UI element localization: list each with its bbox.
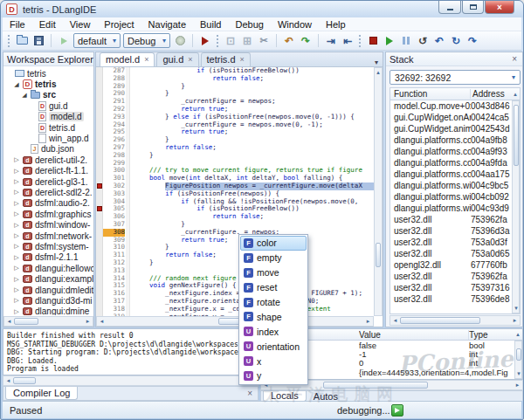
tab-compiler-log[interactable]: Compiler Log — [5, 387, 78, 400]
tree-item[interactable]: ▷ddsfml:window- — [3, 219, 93, 230]
stack-frame-row[interactable]: dlangui.platforms.win004c9bc5 — [390, 180, 520, 191]
scroll-down-icon[interactable]: ▾ — [515, 369, 522, 378]
stack-frame-row[interactable]: user32.dll753962fa — [390, 271, 520, 282]
stack-frame-row[interactable]: dlangui.platforms.win004cb092 — [390, 191, 520, 203]
scroll-down-icon[interactable]: ▾ — [513, 304, 520, 313]
scrollbar-thumb[interactable] — [400, 317, 480, 324]
toolbar-grip[interactable] — [8, 35, 10, 47]
step-over-button[interactable]: ↻ — [449, 34, 463, 48]
stack-frame-row[interactable]: dlangui.platforms.win004c93d9 — [390, 203, 520, 214]
menu-item-edit[interactable]: Edit — [32, 19, 63, 30]
menu-item-navigate[interactable]: Navigate — [141, 19, 193, 30]
completion-item-x[interactable]: Ux — [240, 354, 307, 368]
completion-item-reset[interactable]: Freset — [240, 280, 307, 295]
scrollbar-thumb[interactable] — [323, 382, 428, 389]
tab-locals[interactable]: Locals — [263, 391, 307, 402]
scroll-left-icon[interactable]: ◂ — [3, 376, 13, 385]
stack-frame-row[interactable]: dlangui.platforms.con004a9fb8 — [390, 134, 520, 146]
scroll-right-icon[interactable]: ▸ — [83, 317, 93, 326]
stack-frame-row[interactable]: dlangui.platforms.con004a9fda — [390, 157, 520, 169]
tree-item[interactable]: Dtetris.d — [3, 122, 93, 133]
undo-button[interactable]: ↶ — [282, 34, 296, 48]
tree-item[interactable]: Dmodel.d — [3, 112, 93, 122]
tree-closed-icon[interactable]: ▷ — [13, 232, 20, 239]
stack-frame-row[interactable]: user32.dll753962fa — [390, 214, 520, 225]
stack-frame-row[interactable]: user32.dll75397316 — [390, 282, 520, 293]
tree-closed-icon[interactable]: ▷ — [13, 178, 20, 185]
tree-closed-icon[interactable]: ▷ — [13, 308, 20, 315]
editor-tab-tetris-d[interactable]: tetris.d× — [201, 52, 251, 66]
stack-frame-row[interactable]: user32.dll753a0d3f — [390, 237, 520, 248]
stack-frame-row[interactable]: user32.dll753a0d65 — [390, 248, 520, 259]
tree-closed-icon[interactable]: ▷ — [13, 276, 20, 283]
tree-item[interactable]: ▷ddsfml:graphics — [3, 209, 93, 219]
scroll-right-icon[interactable]: ▸ — [513, 381, 522, 389]
close-icon[interactable]: × — [510, 54, 519, 64]
save-button[interactable] — [31, 34, 45, 48]
tree-closed-icon[interactable]: ▷ — [13, 156, 20, 163]
tree-closed-icon[interactable]: ▷ — [13, 254, 20, 261]
scroll-left-icon[interactable]: ◂ — [97, 317, 107, 326]
menu-item-build[interactable]: Build — [193, 19, 228, 30]
editor-hscrollbar[interactable]: ◂ ▸ — [96, 316, 374, 327]
minimize-button[interactable] — [438, 1, 461, 14]
tree-closed-icon[interactable]: ▷ — [13, 200, 20, 207]
tree-item[interactable]: ▷ddsfml:audio-2. — [3, 198, 93, 209]
stack-frame-row[interactable]: gui.CupWidget.anima0042543d — [390, 123, 520, 134]
scrollbar-thumb[interactable] — [376, 243, 381, 267]
tree-closed-icon[interactable]: ▷ — [13, 168, 20, 175]
config-combo[interactable]: default ▾ — [73, 33, 121, 48]
tree-item[interactable]: ◢src — [3, 90, 93, 100]
stack-frame-row[interactable]: dlangui.platforms.con004a9f93 — [390, 146, 520, 157]
close-icon[interactable]: × — [188, 55, 192, 64]
stack-frame-row[interactable]: user32.dll75396d3a — [390, 225, 520, 237]
menu-item-file[interactable]: File — [3, 19, 32, 30]
scrollbar-thumb[interactable] — [516, 348, 521, 361]
scroll-left-icon[interactable]: ◂ — [4, 317, 14, 326]
tree-closed-icon[interactable]: ▷ — [13, 222, 20, 229]
tree-hscrollbar[interactable]: ◂ ▸ — [3, 316, 93, 327]
stack-frame-row[interactable]: user32.dll75396de8 — [390, 293, 520, 305]
stack-hscrollbar[interactable]: ◂ ▸ — [390, 315, 521, 326]
pause-button[interactable] — [399, 34, 413, 48]
log-output[interactable]: Builder finished with result 0MSG_STARTI… — [3, 328, 259, 375]
stack-frame-row[interactable]: model.Cup.move+0x30043d846 — [390, 100, 520, 112]
maximize-button[interactable] — [462, 1, 484, 14]
tree-closed-icon[interactable]: ▷ — [13, 286, 20, 293]
continue-button[interactable] — [383, 34, 396, 48]
cut-button[interactable]: ✂ — [257, 34, 271, 48]
completion-item-index[interactable]: Uindex — [240, 324, 307, 339]
tree-item[interactable]: ▷dderelict-ft-1.1. — [3, 166, 93, 176]
tree-item[interactable]: ▷dderelict-util-2. — [3, 155, 93, 165]
step-into-button[interactable]: ↶ — [432, 34, 446, 48]
scroll-up-icon[interactable]: ▴ — [511, 91, 520, 98]
scroll-up-icon[interactable]: ▴ — [375, 68, 382, 77]
tree-item[interactable]: ◢Dtetris — [3, 79, 93, 89]
tree-closed-icon[interactable]: ▷ — [13, 210, 20, 217]
scrollbar-thumb[interactable] — [13, 377, 36, 384]
start-debug-button[interactable] — [198, 34, 212, 48]
menu-item-window[interactable]: Window — [271, 19, 319, 30]
column-type[interactable]: Type — [469, 330, 514, 340]
tree-item[interactable]: ▷ddlangui:example — [3, 273, 93, 284]
tree-item[interactable]: ▷ddlangui:d3d-mi — [3, 295, 93, 306]
unindent-button[interactable]: ⇤ — [341, 34, 355, 48]
stack-table-header[interactable]: Function Address ▴ — [390, 88, 520, 100]
rebuild-button[interactable] — [173, 34, 187, 48]
tree-item[interactable]: tetris — [3, 68, 93, 79]
completion-item-color[interactable]: Fcolor — [240, 236, 307, 251]
open-file-button[interactable] — [15, 34, 29, 48]
tree-item[interactable]: win_app.d — [3, 133, 93, 143]
tab-list-icon[interactable]: ▾ — [372, 59, 381, 66]
log-hscrollbar[interactable]: ◂ ▸ — [3, 375, 259, 386]
editor-tab-model-d[interactable]: model.d× — [100, 52, 155, 66]
tree-open-icon[interactable]: ◢ — [21, 92, 28, 99]
close-icon[interactable]: × — [244, 389, 256, 398]
code-line[interactable]: 312 } — [96, 259, 374, 267]
completion-item-y[interactable]: Uy — [240, 368, 307, 383]
tree-item[interactable]: ▷dderelict-gl3-1. — [3, 176, 93, 187]
breakpoint-marker[interactable] — [97, 206, 102, 211]
completion-item-rotate[interactable]: Frotate — [240, 295, 307, 310]
build-mode-combo[interactable]: Debug ▾ — [123, 33, 170, 48]
tree-item[interactable]: Jdub.json — [3, 144, 93, 155]
